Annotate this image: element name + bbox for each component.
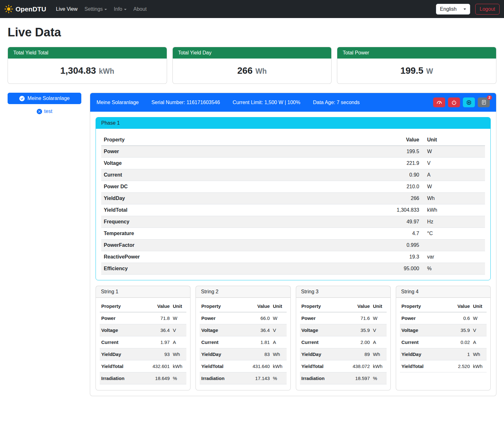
brand-name: OpenDTU bbox=[16, 5, 46, 13]
inverter-select-test[interactable]: test bbox=[8, 108, 81, 115]
row-unit: Wh bbox=[471, 348, 487, 360]
row-property: YieldTotal bbox=[300, 360, 340, 372]
row-unit: A bbox=[371, 336, 387, 348]
row-property: YieldDay bbox=[300, 348, 340, 360]
row-property: YieldDay bbox=[100, 348, 140, 360]
string-card-4: String 4 Property Value Unit bbox=[396, 286, 491, 390]
nav-item-settings[interactable]: Settings bbox=[81, 4, 110, 15]
nav-links: Live View Settings Info About bbox=[53, 4, 150, 15]
inverter-info-button[interactable] bbox=[463, 97, 475, 107]
summary-card-value: 266 bbox=[237, 65, 252, 76]
row-value: 0.995 bbox=[293, 240, 422, 251]
summary-card-body: 266 Wh bbox=[173, 59, 332, 84]
table-row: YieldDay93Wh bbox=[100, 348, 186, 360]
row-property: Power bbox=[300, 312, 340, 324]
row-property: Power bbox=[400, 312, 444, 324]
row-unit: kWh bbox=[471, 360, 487, 372]
inverter-select-label: Meine Solaranlage bbox=[28, 96, 70, 101]
caret-down-icon bbox=[124, 9, 127, 10]
row-value: 1,304.833 bbox=[293, 204, 422, 216]
table-row: Irradiation18.649% bbox=[100, 372, 186, 384]
row-property: YieldTotal bbox=[400, 360, 444, 372]
power-settings-button[interactable] bbox=[448, 97, 460, 107]
phase-body: Property Value Unit Power199.5W Voltage2… bbox=[96, 129, 490, 280]
row-value: 93 bbox=[140, 348, 171, 360]
table-row: Temperature4.7°C bbox=[101, 228, 485, 240]
event-count-badge: 2 bbox=[487, 95, 492, 100]
row-property: PowerFactor bbox=[101, 240, 293, 251]
table-header-row: Property Value Unit bbox=[400, 300, 487, 312]
row-property: Temperature bbox=[101, 228, 293, 240]
row-unit: kWh bbox=[422, 204, 485, 216]
row-value: 19.3 bbox=[293, 251, 422, 263]
row-property: Power bbox=[200, 312, 240, 324]
row-property: YieldDay bbox=[101, 193, 293, 204]
string-table: Property Value Unit Power0.6W Voltage35.… bbox=[400, 300, 487, 372]
row-property: Efficiency bbox=[101, 263, 293, 275]
row-unit: W bbox=[471, 312, 487, 324]
row-unit: V bbox=[371, 324, 387, 336]
row-value: 17.143 bbox=[240, 372, 271, 384]
row-unit: V bbox=[422, 158, 485, 169]
table-row: Voltage35.9V bbox=[300, 324, 387, 336]
row-property: Voltage bbox=[400, 324, 444, 336]
row-unit: % bbox=[422, 263, 485, 275]
row-value: 49.97 bbox=[293, 216, 422, 228]
summary-card-body: 199.5 W bbox=[337, 59, 496, 84]
navbar-right: English Logout bbox=[436, 4, 500, 15]
string-table: Property Value Unit Power71.8W Voltage36… bbox=[100, 300, 186, 384]
inverter-select-button[interactable]: Meine Solaranlage bbox=[8, 93, 81, 104]
row-property: Irradiation bbox=[200, 372, 240, 384]
nav-item-live-view[interactable]: Live View bbox=[53, 4, 81, 15]
brand-logo[interactable]: OpenDTU bbox=[4, 5, 46, 13]
row-unit: Hz bbox=[422, 216, 485, 228]
row-property: YieldTotal bbox=[200, 360, 240, 372]
table-row: YieldDay266Wh bbox=[101, 193, 485, 204]
column-header-property: Property bbox=[101, 134, 293, 146]
row-unit: kWh bbox=[171, 360, 186, 372]
strings-row: String 1 Property Value Unit bbox=[96, 286, 491, 390]
inverter-card: Meine Solaranlage Serial Number: 1161716… bbox=[90, 93, 496, 396]
journal-icon bbox=[481, 100, 487, 105]
row-value: 18.649 bbox=[140, 372, 171, 384]
row-unit: Wh bbox=[422, 193, 485, 204]
row-property: Current bbox=[300, 336, 340, 348]
string-card-title: String 3 bbox=[296, 286, 390, 298]
column-header-value: Value bbox=[293, 134, 422, 146]
language-select[interactable]: English bbox=[436, 4, 470, 15]
table-row: Efficiency95.000% bbox=[101, 263, 485, 275]
column-header-property: Property bbox=[200, 300, 240, 312]
page-title: Live Data bbox=[8, 26, 496, 39]
table-row: YieldDay83Wh bbox=[200, 348, 286, 360]
string-card-2: String 2 Property Value Unit bbox=[196, 286, 290, 390]
row-value: 71.6 bbox=[340, 312, 371, 324]
table-row: Power0.6W bbox=[400, 312, 487, 324]
column-header-value: Value bbox=[240, 300, 271, 312]
string-card-title: String 1 bbox=[96, 286, 190, 298]
row-value: 266 bbox=[293, 193, 422, 204]
event-log-button[interactable]: 2 bbox=[478, 97, 490, 107]
inverter-serial: Serial Number: 116171603546 bbox=[151, 100, 220, 105]
string-card-body: Property Value Unit Power0.6W Voltage35.… bbox=[396, 298, 490, 378]
row-unit: V bbox=[471, 324, 487, 336]
table-header-row: Property Value Unit bbox=[101, 134, 485, 146]
limit-settings-button[interactable] bbox=[433, 97, 445, 107]
table-row: YieldTotal432.601kWh bbox=[100, 360, 186, 372]
nav-item-about[interactable]: About bbox=[130, 4, 150, 15]
row-value: 18.597 bbox=[340, 372, 371, 384]
table-row: Current0.02A bbox=[400, 336, 487, 348]
row-value: 36.4 bbox=[240, 324, 271, 336]
row-value: 199.5 bbox=[293, 146, 422, 158]
table-header-row: Property Value Unit bbox=[200, 300, 286, 312]
column-header-unit: Unit bbox=[171, 300, 186, 312]
live-data-page: Live Data Total Yield Total 1,304.83 kWh… bbox=[0, 18, 504, 405]
row-property: Power DC bbox=[101, 181, 293, 193]
row-value: 89 bbox=[340, 348, 371, 360]
row-property: Current bbox=[400, 336, 444, 348]
row-value: 2.520 bbox=[444, 360, 471, 372]
logout-button[interactable]: Logout bbox=[475, 4, 500, 15]
inverter-actions: 2 bbox=[433, 97, 490, 107]
nav-item-info[interactable]: Info bbox=[110, 4, 130, 15]
cpu-icon bbox=[466, 100, 472, 105]
row-property: Current bbox=[100, 336, 140, 348]
